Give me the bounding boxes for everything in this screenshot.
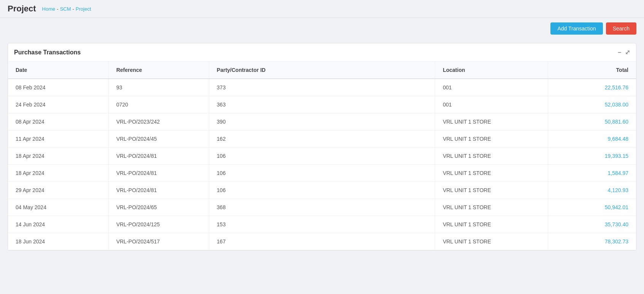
- transactions-table: Date Reference Party/Contractor ID Locat…: [8, 62, 636, 250]
- table-container: Date Reference Party/Contractor ID Locat…: [8, 62, 636, 250]
- col-header-date: Date: [8, 62, 108, 79]
- cell-total: 1,584.97: [548, 165, 636, 182]
- table-row[interactable]: 11 Apr 2024VRL-PO/2024/45162VRL UNIT 1 S…: [8, 130, 636, 148]
- cell-date: 08 Feb 2024: [8, 79, 108, 96]
- breadcrumb: Home - SCM - Project: [42, 6, 91, 12]
- cell-date: 18 Jun 2024: [8, 233, 108, 250]
- cell-reference: VRL-PO/2023/242: [108, 113, 209, 130]
- expand-icon[interactable]: ⤢: [625, 49, 630, 56]
- breadcrumb-scm[interactable]: SCM: [60, 6, 71, 12]
- cell-location: VRL UNIT 1 STORE: [435, 113, 548, 130]
- cell-reference: VRL-PO/2024/517: [108, 233, 209, 250]
- panel-controls: − ⤢: [618, 49, 630, 56]
- cell-location: VRL UNIT 1 STORE: [435, 148, 548, 165]
- panel-header: Purchase Transactions − ⤢: [8, 43, 636, 62]
- table-row[interactable]: 08 Feb 20249337300122,516.76: [8, 79, 636, 96]
- cell-reference: VRL-PO/2024/81: [108, 148, 209, 165]
- toolbar: Add Transaction Search: [0, 18, 644, 39]
- breadcrumb-sep-2: -: [73, 6, 74, 12]
- cell-reference: VRL-PO/2024/65: [108, 199, 209, 216]
- cell-total: 50,881.60: [548, 113, 636, 130]
- cell-total: 35,730.40: [548, 216, 636, 233]
- cell-total: 22,516.76: [548, 79, 636, 96]
- cell-location: VRL UNIT 1 STORE: [435, 165, 548, 182]
- cell-total: 50,942.01: [548, 199, 636, 216]
- table-row[interactable]: 18 Jun 2024VRL-PO/2024/517167VRL UNIT 1 …: [8, 233, 636, 250]
- breadcrumb-project[interactable]: Project: [76, 6, 91, 12]
- main-content: Purchase Transactions − ⤢ Date Reference…: [0, 39, 644, 254]
- col-header-party: Party/Contractor ID: [209, 62, 435, 79]
- cell-reference: VRL-PO/2024/81: [108, 165, 209, 182]
- cell-date: 14 Jun 2024: [8, 216, 108, 233]
- table-row[interactable]: 29 Apr 2024VRL-PO/2024/81106VRL UNIT 1 S…: [8, 182, 636, 199]
- top-bar: Project Home - SCM - Project: [0, 0, 644, 18]
- cell-total: 19,393.15: [548, 148, 636, 165]
- table-row[interactable]: 18 Apr 2024VRL-PO/2024/81106VRL UNIT 1 S…: [8, 165, 636, 182]
- cell-total: 9,684.48: [548, 130, 636, 148]
- cell-total: 4,120.93: [548, 182, 636, 199]
- cell-location: VRL UNIT 1 STORE: [435, 199, 548, 216]
- cell-location: 001: [435, 96, 548, 113]
- cell-party: 363: [209, 96, 435, 113]
- cell-party: 153: [209, 216, 435, 233]
- breadcrumb-sep-1: -: [57, 6, 58, 12]
- cell-reference: VRL-PO/2024/81: [108, 182, 209, 199]
- col-header-location: Location: [435, 62, 548, 79]
- cell-location: VRL UNIT 1 STORE: [435, 216, 548, 233]
- cell-reference: 93: [108, 79, 209, 96]
- add-transaction-button[interactable]: Add Transaction: [550, 22, 603, 35]
- cell-party: 373: [209, 79, 435, 96]
- search-button[interactable]: Search: [606, 22, 636, 35]
- table-row[interactable]: 24 Feb 2024072036300152,038.00: [8, 96, 636, 113]
- app-title: Project: [8, 4, 36, 14]
- cell-location: 001: [435, 79, 548, 96]
- cell-reference: 0720: [108, 96, 209, 113]
- col-header-reference: Reference: [108, 62, 209, 79]
- cell-party: 390: [209, 113, 435, 130]
- col-header-total: Total: [548, 62, 636, 79]
- table-row[interactable]: 04 May 2024VRL-PO/2024/65368VRL UNIT 1 S…: [8, 199, 636, 216]
- cell-reference: VRL-PO/2024/125: [108, 216, 209, 233]
- cell-party: 162: [209, 130, 435, 148]
- cell-party: 106: [209, 165, 435, 182]
- cell-date: 29 Apr 2024: [8, 182, 108, 199]
- cell-total: 78,302.73: [548, 233, 636, 250]
- table-row[interactable]: 08 Apr 2024VRL-PO/2023/242390VRL UNIT 1 …: [8, 113, 636, 130]
- cell-reference: VRL-PO/2024/45: [108, 130, 209, 148]
- cell-party: 106: [209, 148, 435, 165]
- cell-party: 167: [209, 233, 435, 250]
- breadcrumb-home[interactable]: Home: [42, 6, 56, 12]
- purchase-transactions-panel: Purchase Transactions − ⤢ Date Reference…: [8, 43, 636, 251]
- cell-location: VRL UNIT 1 STORE: [435, 130, 548, 148]
- table-row[interactable]: 14 Jun 2024VRL-PO/2024/125153VRL UNIT 1 …: [8, 216, 636, 233]
- cell-total: 52,038.00: [548, 96, 636, 113]
- cell-date: 18 Apr 2024: [8, 165, 108, 182]
- table-header-row: Date Reference Party/Contractor ID Locat…: [8, 62, 636, 79]
- minimize-icon[interactable]: −: [618, 49, 621, 56]
- cell-location: VRL UNIT 1 STORE: [435, 233, 548, 250]
- cell-date: 04 May 2024: [8, 199, 108, 216]
- panel-title: Purchase Transactions: [14, 49, 81, 56]
- table-row[interactable]: 18 Apr 2024VRL-PO/2024/81106VRL UNIT 1 S…: [8, 148, 636, 165]
- cell-party: 106: [209, 182, 435, 199]
- cell-date: 18 Apr 2024: [8, 148, 108, 165]
- cell-date: 24 Feb 2024: [8, 96, 108, 113]
- cell-date: 08 Apr 2024: [8, 113, 108, 130]
- cell-location: VRL UNIT 1 STORE: [435, 182, 548, 199]
- cell-party: 368: [209, 199, 435, 216]
- cell-date: 11 Apr 2024: [8, 130, 108, 148]
